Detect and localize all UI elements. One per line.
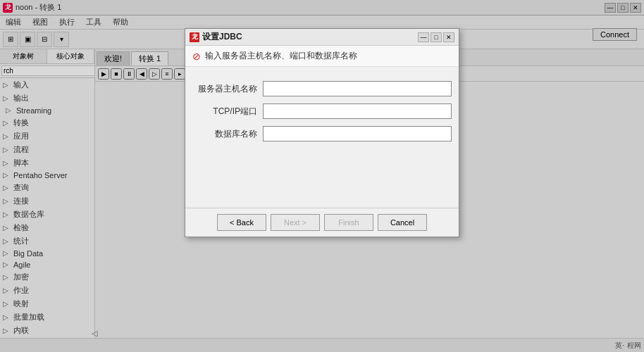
dialog-icon: 龙: [190, 32, 199, 42]
dialog-body: 服务器主机名称 TCP/IP端口 数据库名称: [185, 67, 459, 208]
input-server-host[interactable]: [263, 81, 452, 96]
form-row-server: 服务器主机名称: [192, 81, 452, 96]
label-db-name: 数据库名称: [192, 128, 263, 140]
input-tcp-port[interactable]: [263, 103, 452, 119]
form-row-port: TCP/IP端口: [192, 103, 452, 119]
dialog-title-left: 龙 设置JDBC: [190, 31, 242, 43]
cancel-button[interactable]: Cancel: [378, 214, 427, 231]
next-button[interactable]: Next >: [271, 214, 320, 231]
dialog-minimize-btn[interactable]: —: [418, 32, 429, 42]
input-db-name[interactable]: [263, 126, 452, 142]
app-window: 龙 noon - 转换 1 — □ ✕ 编辑 视图 执行 工具 帮助 ⊞ ▣ ⊟…: [0, 0, 644, 352]
dialog-title: 设置JDBC: [202, 31, 242, 43]
dialog-overlay: 龙 设置JDBC — □ ✕ ⊘ 输入服务器主机名称、端口和数据库名称 服务器主…: [0, 0, 644, 352]
dialog-header: ⊘ 输入服务器主机名称、端口和数据库名称: [185, 46, 459, 67]
form-row-dbname: 数据库名称: [192, 126, 452, 142]
dialog-controls: — □ ✕: [418, 32, 454, 42]
label-server-host: 服务器主机名称: [192, 83, 263, 95]
jdbc-dialog: 龙 设置JDBC — □ ✕ ⊘ 输入服务器主机名称、端口和数据库名称 服务器主…: [185, 28, 459, 237]
dialog-close-btn[interactable]: ✕: [443, 32, 454, 42]
dialog-header-text: 输入服务器主机名称、端口和数据库名称: [205, 50, 357, 62]
label-tcp-port: TCP/IP端口: [192, 106, 263, 118]
warning-icon: ⊘: [192, 51, 201, 62]
finish-button[interactable]: Finish: [324, 214, 373, 231]
dialog-title-bar: 龙 设置JDBC — □ ✕: [185, 29, 459, 46]
dialog-footer: < Back Next > Finish Cancel: [185, 208, 459, 237]
back-button[interactable]: < Back: [217, 214, 266, 231]
dialog-maximize-btn[interactable]: □: [431, 32, 442, 42]
